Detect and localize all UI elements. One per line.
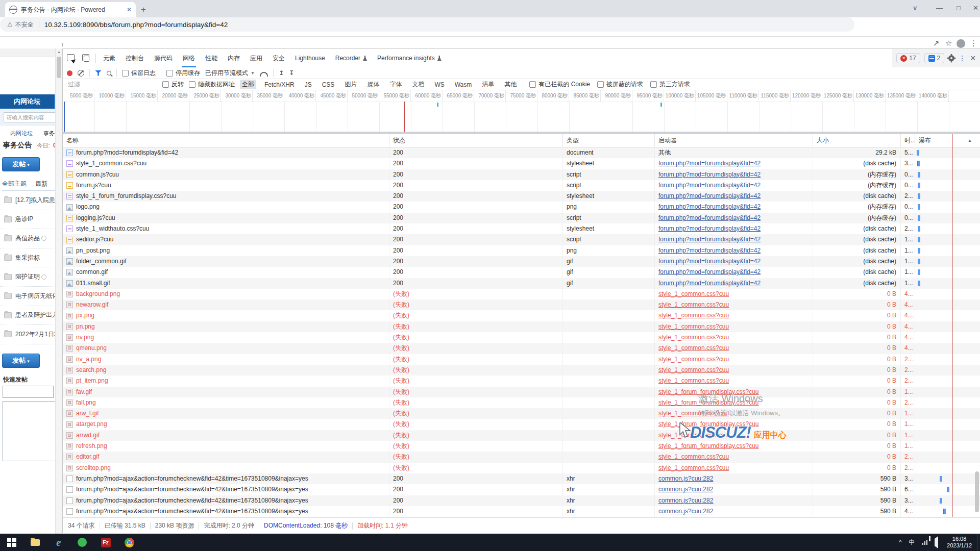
quick-post-title-input[interactable] [3, 386, 54, 398]
taskbar-clock[interactable]: 16:08 2023/1/12 [942, 536, 977, 549]
tray-expand-icon[interactable]: ^ [895, 539, 905, 546]
devtools-scrollbar-thumb[interactable] [975, 471, 979, 512]
request-name[interactable]: 011.small.gif [76, 278, 110, 289]
request-name[interactable]: pn.png [76, 321, 95, 332]
request-row[interactable]: scrolltop.png(失败)style_1_common.css?cuu0… [63, 463, 980, 473]
thread-title[interactable]: 电子病历无纸化 [15, 292, 58, 300]
devtools-tab-安全[interactable]: 安全 [267, 49, 290, 67]
overview-splitter[interactable] [63, 132, 980, 134]
devtools-tab-内存[interactable]: 内存 [223, 49, 245, 67]
request-initiator-link[interactable]: style_1_common.css?cuu [658, 464, 729, 471]
request-row[interactable]: atarget.png(失败)style_1_forum_forumdispla… [63, 419, 980, 430]
chrome-icon[interactable] [117, 534, 141, 551]
request-row[interactable]: pt_item.png(失败)style_1_common.css?cuu0 B… [63, 375, 980, 386]
record-network-log-icon[interactable] [67, 70, 72, 76]
filter-type-Wasm[interactable]: Wasm [453, 81, 474, 89]
request-row[interactable]: forum.php?mod=forumdisplay&fid=42200docu… [63, 147, 980, 158]
devtools-tab-Lighthouse[interactable]: Lighthouse [290, 49, 330, 67]
request-row[interactable]: common.gif200gifforum.php?mod=forumdispl… [63, 267, 980, 278]
request-row[interactable]: seditor.js?cuu200scriptforum.php?mod=for… [63, 234, 980, 245]
request-initiator-link[interactable]: forum.php?mod=forumdisplay&fid=42 [658, 236, 761, 243]
devtools-menu-icon[interactable]: ⋮ [959, 54, 966, 62]
url-text[interactable]: 10.32.5.109:8090/bbs/forum.php?mod=forum… [44, 21, 228, 29]
request-name[interactable]: forum.php?mod=forumdisplay&fid=42 [76, 147, 178, 158]
thread-title[interactable]: 高值药品 [15, 234, 40, 243]
request-initiator-link[interactable]: style_1_common.css?cuu [658, 453, 729, 460]
invert-checkbox[interactable]: 反转 [162, 80, 184, 89]
tab-newest[interactable]: 最新 [35, 180, 47, 187]
thread-list-item[interactable]: 高值药品 [0, 229, 62, 248]
tab-close-icon[interactable]: ✕ [127, 6, 132, 13]
internet-explorer-icon[interactable]: e [47, 534, 70, 551]
request-name[interactable]: background.png [76, 289, 120, 299]
request-initiator-link[interactable]: style_1_common.css?cuu [658, 290, 729, 297]
request-initiator-link[interactable]: style_1_common.css?cuu [658, 323, 729, 330]
green-app-icon[interactable] [70, 534, 94, 551]
request-name[interactable]: logging.js?cuu [76, 213, 115, 223]
request-initiator-link[interactable]: style_1_common.css?cuu [658, 312, 729, 319]
filter-type-其他[interactable]: 其他 [502, 80, 519, 89]
request-row[interactable]: fall.png(失败)style_1_forum_forumdisplay.c… [63, 397, 980, 408]
column-header-4[interactable]: 启动器 [655, 134, 813, 147]
request-name[interactable]: logo.png [76, 202, 100, 212]
request-row[interactable]: px.png(失败)style_1_common.css?cuu0 B4... [63, 310, 980, 321]
column-header-3[interactable]: 类型 [563, 134, 655, 147]
request-name[interactable]: folder_common.gif [76, 256, 127, 267]
request-row[interactable]: common.js?cuu200scriptforum.php?mod=foru… [63, 169, 980, 180]
request-row[interactable]: pn.png(失败)style_1_common.css?cuu0 B4... [63, 321, 980, 332]
window-minimize-button[interactable]: — [936, 4, 943, 12]
column-header-6[interactable]: 时... [901, 134, 915, 147]
devtools-tab-网络[interactable]: 网络 [178, 49, 200, 67]
request-initiator-link[interactable]: forum.php?mod=forumdisplay&fid=42 [658, 182, 761, 189]
request-name[interactable]: style_1_forum_forumdisplay.css?cuu [76, 191, 177, 202]
new-tab-button[interactable]: + [141, 5, 146, 15]
request-row[interactable]: forum.php?mod=ajax&action=forumchecknew&… [63, 495, 980, 506]
filter-type-字体[interactable]: 字体 [387, 80, 404, 89]
request-row[interactable]: style_1_widthauto.css?cuu200stylesheetfo… [63, 223, 980, 234]
column-header-7[interactable]: 瀑布▲ [915, 134, 980, 147]
thread-list-item[interactable]: 电子病历无纸化 [0, 287, 62, 306]
request-row[interactable]: newarow.gif(失败)style_1_common.css?cuu0 B… [63, 299, 980, 310]
thread-list-item[interactable]: 患者及陪护出入 [0, 306, 62, 325]
browser-menu-icon[interactable]: ⋮ [970, 39, 977, 48]
request-initiator-link[interactable]: forum.php?mod=forumdisplay&fid=42 [658, 192, 761, 199]
request-name[interactable]: nv_a.png [76, 354, 101, 365]
column-header-1[interactable]: 名称 [63, 134, 389, 147]
request-name[interactable]: pt_item.png [76, 375, 108, 386]
waterfall-sort-arrow-icon[interactable]: ▲ [968, 134, 972, 147]
request-name[interactable]: arrwd.gif [76, 430, 100, 441]
hide-data-urls-checkbox[interactable]: 隐藏数据网址 [189, 80, 235, 89]
advanced-filter-checkbox[interactable]: 有已拦截的 Cookie [529, 80, 590, 89]
filter-type-图片[interactable]: 图片 [342, 80, 359, 89]
request-initiator-link[interactable]: style_1_common.css?cuu [658, 377, 729, 384]
request-initiator-link[interactable]: forum.php?mod=forumdisplay&fid=42 [658, 247, 761, 254]
filter-funnel-icon[interactable] [95, 70, 102, 76]
request-row[interactable]: forum.php?mod=ajax&action=forumchecknew&… [63, 484, 980, 495]
request-name[interactable]: forum.php?mod=ajax&action=forumchecknew&… [76, 506, 308, 517]
quick-post-body-input[interactable] [3, 401, 61, 461]
request-initiator-link[interactable]: forum.php?mod=forumdisplay&fid=42 [658, 268, 761, 276]
request-name[interactable]: forum.js?cuu [76, 180, 111, 191]
inspect-element-icon[interactable] [63, 54, 78, 63]
thread-title[interactable]: 2022年2月1日3 [15, 330, 58, 339]
console-errors-badge[interactable]: ✕17 [896, 53, 920, 63]
request-row[interactable]: folder_common.gif200gifforum.php?mod=for… [63, 256, 980, 267]
request-initiator-link[interactable]: style_1_common.css?cuu [658, 334, 729, 341]
devtools-tab-元素[interactable]: 元素 [98, 49, 120, 67]
volume-tray-icon[interactable] [931, 539, 942, 546]
request-row[interactable]: forum.js?cuu200scriptforum.php?mod=forum… [63, 180, 980, 191]
filter-type-清单[interactable]: 清单 [480, 80, 496, 89]
request-initiator-link[interactable]: forum.php?mod=forumdisplay&fid=42 [658, 225, 761, 232]
request-initiator-link[interactable]: style_1_forum_forumdisplay.css?cuu [658, 442, 759, 449]
breadcrumb-home[interactable]: 内网论坛 [10, 130, 33, 136]
thread-list-item[interactable]: 急诊IP [0, 210, 62, 230]
filter-type-WS[interactable]: WS [432, 81, 446, 89]
tab-all-threads[interactable]: 全部主题 [2, 180, 27, 187]
column-header-2[interactable]: 状态 [389, 134, 563, 147]
request-row[interactable]: style_1_forum_forumdisplay.css?cuu200sty… [63, 191, 980, 202]
address-bar[interactable]: ⚠不安全 10.32.5.109:8090/bbs/forum.php?mod=… [0, 17, 854, 32]
request-row[interactable]: arw_l.gif(失败)style_1_common.css?cuu0 B1.… [63, 408, 980, 419]
request-name[interactable]: forum.php?mod=ajax&action=forumchecknew&… [76, 484, 308, 495]
timeline-overview[interactable] [63, 102, 980, 134]
request-row[interactable]: refresh.png(失败)style_1_forum_forumdispla… [63, 441, 980, 452]
